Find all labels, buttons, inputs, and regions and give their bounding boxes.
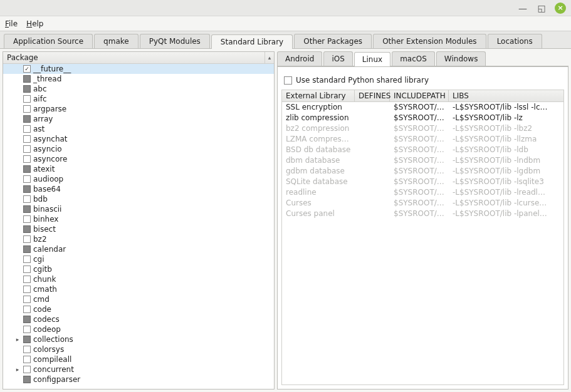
tab-application-source[interactable]: Application Source — [4, 34, 93, 48]
package-row[interactable]: cgitb — [3, 264, 274, 274]
package-row[interactable]: bz2 — [3, 234, 274, 244]
package-checkbox[interactable] — [23, 175, 31, 183]
package-row[interactable]: colorsys — [3, 344, 274, 354]
package-checkbox[interactable] — [23, 75, 31, 83]
package-row[interactable]: binhex — [3, 214, 274, 224]
package-checkbox[interactable] — [23, 215, 31, 223]
package-checkbox[interactable] — [23, 316, 31, 323]
table-header[interactable]: External LibraryDEFINESINCLUDEPATHLIBS — [282, 90, 563, 102]
package-row[interactable]: _thread — [3, 74, 274, 84]
tab-other-extension-modules[interactable]: Other Extension Modules — [373, 34, 486, 48]
close-button[interactable]: × — [555, 3, 566, 14]
package-row[interactable]: cmath — [3, 284, 274, 294]
package-row[interactable]: cgi — [3, 254, 274, 264]
platform-tab-macos[interactable]: macOS — [392, 51, 435, 66]
tab-pyqt-modules[interactable]: PyQt Modules — [140, 34, 210, 48]
tab-qmake[interactable]: qmake — [94, 34, 139, 48]
table-row[interactable]: LZMA compression$SYSROOT/i…-L$SYSROOT/li… — [282, 134, 563, 145]
table-row[interactable]: Curses panel$SYSROOT/i…-L$SYSROOT/lib -l… — [282, 209, 563, 219]
package-checkbox[interactable] — [23, 115, 31, 123]
package-row[interactable]: base64 — [3, 184, 274, 194]
use-shared-lib-checkbox[interactable] — [284, 76, 292, 85]
package-checkbox[interactable] — [23, 286, 31, 293]
package-checkbox[interactable] — [23, 155, 31, 163]
package-row[interactable]: argparse — [3, 104, 274, 114]
table-header-cell[interactable]: DEFINES — [355, 90, 390, 101]
package-row[interactable]: __future__ — [3, 64, 274, 74]
package-tree[interactable]: __future___threadabcaifcargparsearrayast… — [3, 64, 274, 389]
package-row[interactable]: asyncio — [3, 144, 274, 154]
package-row[interactable]: bisect — [3, 224, 274, 234]
tab-locations[interactable]: Locations — [488, 34, 542, 48]
table-row[interactable]: bz2 compression$SYSROOT/i…-L$SYSROOT/lib… — [282, 123, 563, 134]
package-row[interactable]: atexit — [3, 164, 274, 174]
package-row[interactable]: compileall — [3, 354, 274, 364]
table-row[interactable]: readline$SYSROOT/i…-L$SYSROOT/lib -lread… — [282, 187, 563, 198]
package-checkbox[interactable] — [23, 255, 31, 263]
table-row[interactable]: SQLite database$SYSROOT/i…-L$SYSROOT/lib… — [282, 177, 563, 187]
package-checkbox[interactable] — [23, 376, 31, 383]
package-checkbox[interactable] — [23, 266, 31, 273]
package-checkbox[interactable] — [23, 165, 31, 173]
package-checkbox[interactable] — [23, 326, 31, 333]
package-row[interactable]: ▸collections — [3, 334, 274, 344]
tab-other-packages[interactable]: Other Packages — [294, 34, 372, 48]
package-row[interactable]: chunk — [3, 274, 274, 284]
platform-tab-windows[interactable]: Windows — [436, 51, 486, 66]
package-row[interactable]: calendar — [3, 244, 274, 254]
package-row[interactable]: cmd — [3, 294, 274, 304]
package-checkbox[interactable] — [23, 346, 31, 353]
package-tree-header[interactable]: Package ▴ — [3, 52, 274, 64]
package-checkbox[interactable] — [23, 235, 31, 243]
package-checkbox[interactable] — [23, 356, 31, 363]
package-checkbox[interactable] — [23, 276, 31, 283]
platform-tab-linux[interactable]: Linux — [354, 52, 390, 66]
expand-icon[interactable]: ▸ — [14, 336, 21, 343]
expand-icon[interactable]: ▸ — [14, 366, 21, 373]
package-checkbox[interactable] — [23, 95, 31, 103]
package-checkbox[interactable] — [23, 296, 31, 303]
package-checkbox[interactable] — [23, 105, 31, 113]
tab-standard-library[interactable]: Standard Library — [211, 34, 293, 49]
package-row[interactable]: array — [3, 114, 274, 124]
package-row[interactable]: abc — [3, 84, 274, 94]
package-checkbox[interactable] — [23, 225, 31, 233]
maximize-button[interactable]: ◱ — [536, 3, 547, 14]
table-row[interactable]: SSL encryption$SYSROOT/i…-L$SYSROOT/lib … — [282, 102, 563, 113]
table-row[interactable]: zlib compression$SYSROOT/i…-L$SYSROOT/li… — [282, 113, 563, 123]
package-checkbox[interactable] — [23, 366, 31, 373]
package-row[interactable]: codecs — [3, 314, 274, 324]
package-row[interactable]: configparser — [3, 374, 274, 384]
package-row[interactable]: asyncore — [3, 154, 274, 164]
package-checkbox[interactable] — [23, 65, 31, 73]
package-checkbox[interactable] — [23, 125, 31, 133]
package-checkbox[interactable] — [23, 195, 31, 203]
menu-help[interactable]: Help — [26, 19, 43, 28]
package-checkbox[interactable] — [23, 336, 31, 343]
package-checkbox[interactable] — [23, 185, 31, 193]
package-row[interactable]: ast — [3, 124, 274, 134]
package-checkbox[interactable] — [23, 245, 31, 253]
table-row[interactable]: gdbm database$SYSROOT/i…-L$SYSROOT/lib -… — [282, 166, 563, 177]
table-header-cell[interactable]: INCLUDEPATH — [390, 90, 449, 101]
use-shared-lib-row[interactable]: Use standard Python shared library — [281, 71, 564, 90]
table-row[interactable]: dbm database$SYSROOT/i…-L$SYSROOT/lib -l… — [282, 155, 563, 166]
menu-file[interactable]: File — [5, 19, 18, 28]
package-checkbox[interactable] — [23, 306, 31, 313]
package-checkbox[interactable] — [23, 145, 31, 153]
platform-tab-ios[interactable]: iOS — [323, 51, 352, 66]
package-checkbox[interactable] — [23, 85, 31, 93]
package-row[interactable]: audioop — [3, 174, 274, 184]
minimize-button[interactable]: — — [517, 3, 528, 14]
package-row[interactable]: bdb — [3, 194, 274, 204]
package-row[interactable]: asynchat — [3, 134, 274, 144]
table-header-cell[interactable]: External Library — [282, 90, 355, 101]
package-header-cell[interactable]: Package — [3, 52, 265, 63]
package-checkbox[interactable] — [23, 135, 31, 143]
package-row[interactable]: ▸concurrent — [3, 364, 274, 374]
table-row[interactable]: Curses$SYSROOT/i…-L$SYSROOT/lib -lcurse… — [282, 198, 563, 209]
package-row[interactable]: binascii — [3, 204, 274, 214]
package-row[interactable]: aifc — [3, 94, 274, 104]
package-row[interactable]: codeop — [3, 324, 274, 334]
table-row[interactable]: BSD db database$SYSROOT/i…-L$SYSROOT/lib… — [282, 145, 563, 155]
